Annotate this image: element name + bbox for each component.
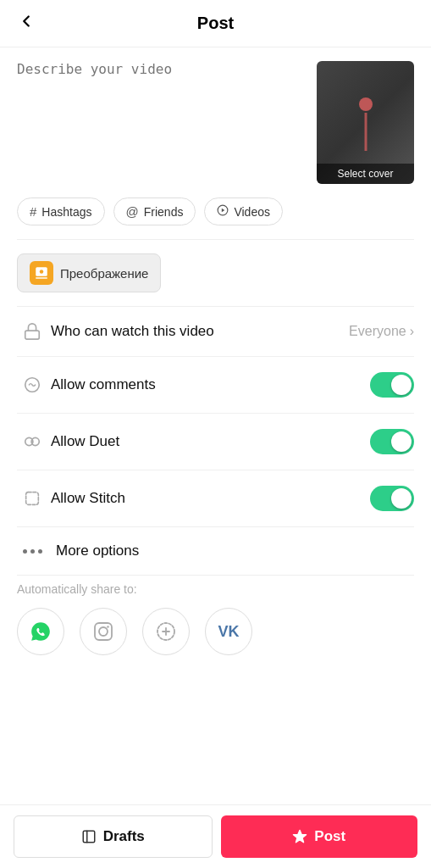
more-options-label: More options — [56, 542, 139, 559]
toggle-knob-duet — [391, 431, 412, 452]
bottom-spacer — [0, 669, 431, 745]
promo-icon — [30, 261, 53, 285]
post-button[interactable]: Post — [221, 815, 418, 858]
lock-icon — [17, 322, 47, 341]
hashtags-button[interactable]: # Hashtags — [17, 198, 105, 225]
share-title: Automatically share to: — [17, 582, 414, 596]
svg-point-12 — [107, 626, 108, 627]
allow-duet-toggle[interactable] — [370, 429, 414, 454]
allow-comments-label: Allow comments — [51, 376, 370, 393]
video-thumbnail: Select cover — [317, 61, 414, 184]
svg-rect-5 — [25, 331, 40, 339]
toggle-knob — [391, 375, 412, 395]
vk-icon: VK — [218, 623, 239, 641]
stitch-icon — [17, 489, 47, 508]
header: Post — [0, 0, 431, 47]
who-can-watch-label: Who can watch this video — [51, 323, 349, 340]
allow-stitch-row: Allow Stitch — [17, 470, 414, 526]
whatsapp-share-button[interactable] — [17, 608, 64, 655]
chevron-right-icon: › — [410, 324, 414, 339]
share-section: Automatically share to: VK — [0, 576, 431, 669]
thumb-figure — [349, 89, 383, 157]
more-options-icon — [17, 549, 47, 554]
who-can-watch-row[interactable]: Who can watch this video Everyone › — [17, 307, 414, 357]
description-area: Select cover — [0, 47, 431, 198]
hashtags-label: Hashtags — [41, 205, 91, 219]
select-cover-label[interactable]: Select cover — [317, 164, 414, 184]
add-platform-button[interactable] — [142, 608, 190, 655]
at-icon: @ — [126, 204, 139, 219]
allow-duet-label: Allow Duet — [51, 433, 370, 450]
drafts-icon — [81, 829, 97, 844]
videos-label: Videos — [234, 205, 270, 219]
drafts-button[interactable]: Drafts — [14, 815, 213, 858]
back-button[interactable] — [17, 12, 36, 36]
friends-button[interactable]: @ Friends — [113, 198, 196, 225]
allow-duet-row: Allow Duet — [17, 414, 414, 470]
allow-comments-row: Allow comments — [17, 357, 414, 414]
friends-label: Friends — [144, 205, 184, 219]
share-icons-row: VK — [17, 608, 414, 655]
duet-icon — [17, 432, 47, 451]
allow-stitch-toggle[interactable] — [370, 486, 414, 511]
post-label: Post — [314, 828, 345, 845]
allow-stitch-label: Allow Stitch — [51, 490, 370, 507]
svg-rect-16 — [83, 831, 95, 843]
svg-rect-9 — [26, 492, 39, 505]
svg-rect-10 — [95, 623, 112, 640]
svg-point-11 — [99, 627, 108, 636]
svg-marker-1 — [222, 209, 225, 213]
play-icon — [217, 204, 229, 219]
vk-share-button[interactable]: VK — [205, 608, 252, 655]
videos-button[interactable]: Videos — [204, 198, 283, 225]
promo-badge-button[interactable]: Преображение — [17, 253, 161, 292]
more-options-row[interactable]: More options — [0, 527, 431, 575]
tag-row: # Hashtags @ Friends Videos — [0, 198, 431, 239]
settings-section: Who can watch this video Everyone › Allo… — [0, 307, 431, 526]
svg-point-4 — [40, 270, 44, 274]
instagram-share-button[interactable] — [80, 608, 127, 655]
bottom-bar: Drafts Post — [0, 804, 431, 868]
allow-comments-toggle[interactable] — [370, 372, 414, 398]
hashtag-icon: # — [30, 204, 36, 219]
description-input[interactable] — [17, 61, 307, 184]
comment-icon — [17, 376, 47, 394]
promo-text: Преображение — [60, 266, 148, 281]
who-can-watch-value: Everyone — [349, 324, 406, 339]
toggle-knob-stitch — [391, 488, 412, 509]
drafts-label: Drafts — [103, 828, 145, 845]
post-icon — [292, 829, 307, 844]
svg-marker-18 — [294, 831, 307, 843]
page-title: Post — [197, 14, 234, 33]
promo-row: Преображение — [0, 240, 431, 306]
